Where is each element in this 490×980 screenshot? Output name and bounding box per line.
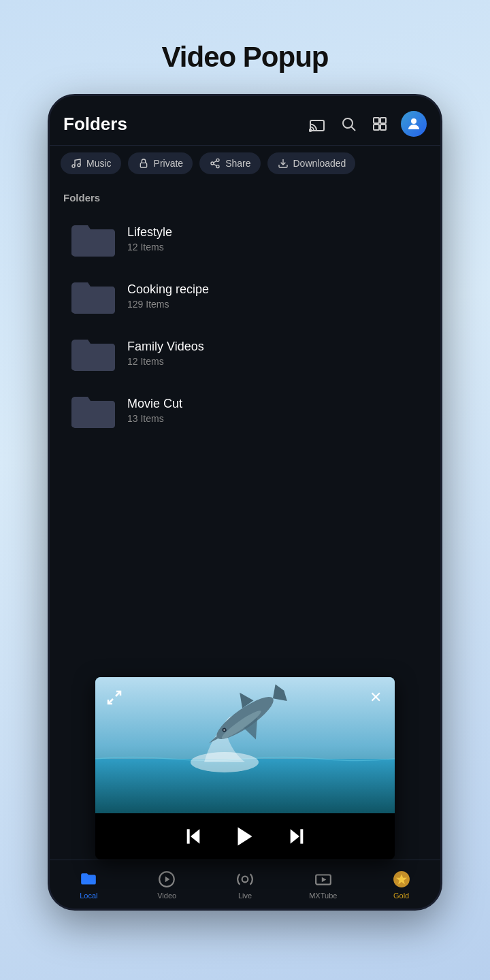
svg-line-15: [214, 164, 217, 166]
video-nav-icon: [157, 870, 176, 889]
folder-name-family: Family Videos: [127, 340, 421, 354]
layout-icon[interactable]: [370, 114, 390, 134]
nav-item-local[interactable]: Local: [50, 870, 128, 900]
phone-frame: Folders Music: [48, 94, 442, 911]
folder-item-lifestyle[interactable]: Lifestyle 12 Items: [63, 212, 427, 266]
svg-rect-5: [380, 118, 386, 123]
close-icon[interactable]: ✕: [366, 688, 385, 707]
svg-rect-31: [300, 829, 303, 843]
svg-point-14: [216, 165, 219, 168]
svg-rect-28: [187, 829, 190, 843]
svg-point-2: [343, 118, 353, 128]
folder-icon-lifestyle: [69, 220, 116, 258]
header-actions: [307, 111, 427, 137]
svg-rect-11: [140, 163, 146, 167]
avatar-button[interactable]: [401, 111, 427, 137]
svg-rect-7: [380, 125, 386, 130]
live-nav-icon: [235, 870, 255, 889]
folder-name-lifestyle: Lifestyle: [127, 225, 421, 240]
nav-item-gold[interactable]: Gold: [362, 870, 440, 900]
folder-count-cooking: 129 Items: [127, 299, 421, 310]
nav-item-live[interactable]: Live: [206, 870, 284, 900]
nav-item-mxtube[interactable]: MXTube: [284, 870, 362, 900]
local-nav-label: Local: [80, 892, 97, 900]
svg-marker-30: [291, 829, 299, 843]
cast-icon[interactable]: [307, 114, 327, 134]
folder-count-family: 12 Items: [127, 356, 421, 367]
prev-button[interactable]: [182, 826, 204, 847]
filter-tab-share[interactable]: Share: [199, 152, 260, 174]
svg-point-13: [211, 162, 214, 165]
bottom-navigation: Local Video Live MXTube: [50, 860, 440, 909]
svg-point-34: [242, 876, 248, 882]
filter-tab-private[interactable]: Private: [128, 152, 193, 174]
svg-point-1: [310, 129, 312, 131]
folder-count-lifestyle: 12 Items: [127, 242, 421, 252]
folder-item-movie[interactable]: Movie Cut 13 Items: [63, 383, 427, 438]
folder-info-movie: Movie Cut 13 Items: [127, 397, 421, 424]
gold-nav-label: Gold: [393, 892, 409, 900]
expand-icon[interactable]: [105, 688, 124, 707]
svg-rect-6: [374, 125, 379, 130]
play-button[interactable]: [231, 823, 259, 850]
filter-tab-music[interactable]: Music: [61, 152, 121, 174]
share-tab-label: Share: [225, 158, 250, 169]
svg-rect-0: [310, 120, 324, 131]
mxtube-nav-label: MXTube: [309, 892, 337, 900]
folder-list: Lifestyle 12 Items Cooking recipe 129 It…: [63, 212, 427, 438]
folder-icon-movie: [69, 391, 116, 429]
video-nav-label: Video: [157, 892, 176, 900]
folder-name-cooking: Cooking recipe: [127, 282, 421, 297]
app-header: Folders: [50, 96, 440, 146]
folders-section-label: Folders: [63, 192, 427, 203]
svg-marker-36: [322, 877, 327, 882]
mxtube-nav-icon: [314, 870, 333, 889]
folder-icon-family: [69, 334, 116, 372]
folder-info-cooking: Cooking recipe 129 Items: [127, 282, 421, 310]
header-title: Folders: [63, 114, 127, 135]
svg-marker-27: [191, 829, 199, 843]
music-tab-label: Music: [86, 158, 112, 169]
download-tab-icon: [277, 157, 289, 169]
folder-item-cooking[interactable]: Cooking recipe 129 Items: [63, 269, 427, 323]
local-nav-icon: [79, 870, 98, 889]
filter-tab-downloaded[interactable]: Downloaded: [267, 152, 356, 174]
folder-icon-cooking: [69, 277, 116, 315]
folder-count-movie: 13 Items: [127, 413, 421, 424]
video-overlay-controls: ✕: [95, 683, 395, 713]
page-title: Video Popup: [162, 41, 329, 74]
video-popup[interactable]: ✕: [95, 677, 395, 860]
music-tab-icon: [70, 157, 82, 169]
svg-point-12: [216, 159, 219, 161]
live-nav-label: Live: [238, 892, 252, 900]
svg-rect-4: [374, 118, 379, 123]
playback-controls: [95, 813, 395, 860]
svg-point-10: [78, 164, 80, 167]
svg-line-3: [352, 127, 356, 131]
nav-item-video[interactable]: Video: [128, 870, 206, 900]
filter-tabs-bar: Music Private Share Downloaded: [50, 146, 440, 181]
next-button[interactable]: [286, 826, 308, 847]
search-icon[interactable]: [338, 114, 359, 134]
folder-name-movie: Movie Cut: [127, 397, 421, 411]
svg-line-16: [214, 161, 217, 163]
svg-point-9: [72, 165, 75, 167]
folder-info-lifestyle: Lifestyle 12 Items: [127, 225, 421, 252]
private-tab-label: Private: [154, 158, 184, 169]
lock-tab-icon: [137, 157, 150, 169]
downloaded-tab-label: Downloaded: [293, 158, 346, 169]
share-tab-icon: [209, 157, 221, 169]
video-thumbnail: ✕: [95, 677, 395, 813]
svg-point-8: [411, 118, 416, 124]
folder-item-family[interactable]: Family Videos 12 Items: [63, 326, 427, 380]
folder-info-family: Family Videos 12 Items: [127, 340, 421, 367]
svg-marker-33: [165, 876, 170, 882]
gold-nav-icon: [392, 870, 411, 889]
svg-marker-29: [238, 828, 252, 846]
